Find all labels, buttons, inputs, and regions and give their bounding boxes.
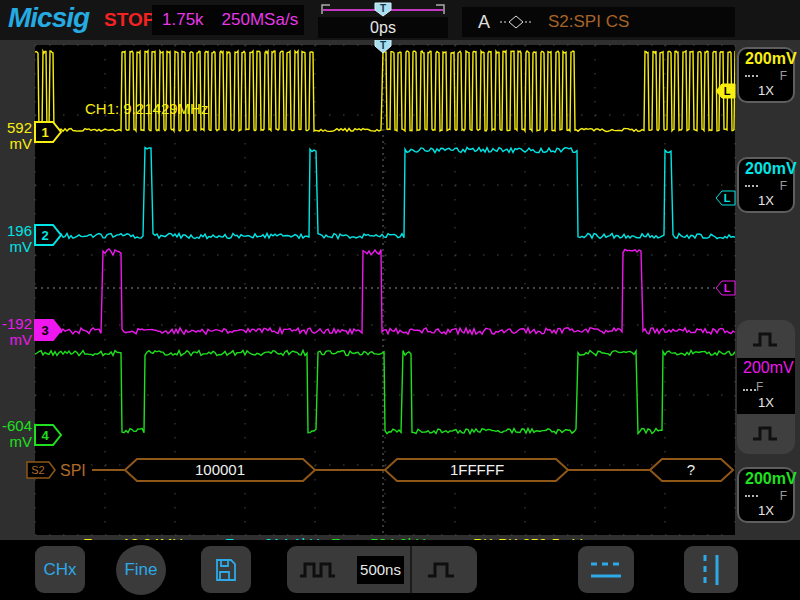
ch4-offset-label: -604mV bbox=[0, 418, 32, 450]
waveform-display-area[interactable]: T 1 2 3 4 L bbox=[0, 40, 800, 540]
ch2-probe: 1X bbox=[745, 193, 787, 208]
ch3-coupling: F bbox=[756, 380, 763, 394]
fine-button[interactable]: Fine bbox=[116, 545, 166, 595]
horizontal-cursors-icon bbox=[588, 557, 624, 583]
trigger-source: S2:SPI CS bbox=[548, 12, 629, 32]
coupling-icon bbox=[745, 495, 758, 497]
ch1-scale-value: 200mV bbox=[745, 50, 787, 68]
ch2-offset-label: 196mV bbox=[0, 223, 32, 255]
timebase-readout[interactable]: 500ns bbox=[357, 556, 404, 584]
pulse-icon[interactable] bbox=[420, 558, 466, 582]
decode-tag-label: S2 bbox=[31, 464, 44, 476]
svg-text:1: 1 bbox=[41, 125, 48, 140]
pulse-train-icon[interactable] bbox=[297, 558, 349, 582]
trigger-position-bar: T bbox=[315, 0, 455, 18]
decode-frame-3-value: ? bbox=[687, 461, 695, 478]
ch1-frequency-readout: CH1: 9.21429MHz bbox=[85, 100, 208, 117]
ch2-trace bbox=[35, 147, 735, 238]
bottom-toolbar: CHx Fine 500ns bbox=[0, 540, 800, 600]
timebase-control-group: 500ns bbox=[287, 546, 477, 593]
decode-frame-1-value: 100001 bbox=[195, 461, 245, 478]
ch1-offset-label: 592mV bbox=[0, 120, 32, 152]
chx-button[interactable]: CHx bbox=[35, 546, 85, 593]
ch1-coupling: F bbox=[780, 69, 787, 83]
vertical-cursors-icon bbox=[696, 553, 726, 587]
vertical-cursors-button[interactable] bbox=[684, 546, 738, 593]
ch3-scale-box[interactable]: 200mV F 1X bbox=[737, 358, 795, 414]
save-button[interactable] bbox=[201, 546, 251, 593]
t-marker-grid-label: T bbox=[380, 40, 386, 51]
top-status-bar: Micsig STOP 1.75k 250MSa/s T 0ps A S2:SP… bbox=[0, 0, 800, 40]
coupling-icon bbox=[745, 185, 758, 187]
ch1-scale-box[interactable]: 200mV F 1X bbox=[737, 47, 795, 103]
decode-protocol-label: SPI bbox=[60, 462, 86, 479]
spi-decode-bus[interactable]: S2 SPI 100001 1FFFFF ? bbox=[27, 459, 733, 481]
pulse-icon bbox=[753, 334, 777, 345]
ch3-offset-label: -192mV bbox=[0, 316, 32, 348]
ch1-probe: 1X bbox=[745, 83, 787, 98]
acquisition-info-box[interactable]: 1.75k 250MSa/s bbox=[152, 5, 304, 35]
trigger-info-box[interactable]: A S2:SPI CS bbox=[462, 7, 735, 37]
svg-text:L: L bbox=[724, 192, 731, 204]
save-icon bbox=[212, 556, 240, 584]
trigger-delay-readout[interactable]: 0ps bbox=[318, 17, 448, 38]
ch4-scale-box[interactable]: 200mV F 1X bbox=[737, 467, 795, 523]
scale-up-button[interactable] bbox=[737, 320, 795, 358]
decode-frame-2-value: 1FFFFF bbox=[450, 461, 504, 478]
sample-rate: 250MSa/s bbox=[222, 10, 299, 30]
t-marker-label: T bbox=[380, 3, 386, 14]
run-status-indicator[interactable]: STOP bbox=[104, 9, 155, 31]
ch1-position-marker[interactable]: 1 bbox=[35, 122, 61, 142]
oscilloscope-screen: Micsig STOP 1.75k 250MSa/s T 0ps A S2:SP… bbox=[0, 0, 800, 600]
horizontal-cursors-button[interactable] bbox=[578, 546, 634, 593]
coupling-icon bbox=[745, 75, 758, 77]
ch2-position-marker[interactable]: 2 bbox=[35, 225, 61, 245]
ch2-scale-box[interactable]: 200mV F 1X bbox=[737, 157, 795, 213]
memory-depth: 1.75k bbox=[162, 10, 204, 30]
ch2-level-marker[interactable]: L bbox=[716, 191, 735, 205]
ch3-trace bbox=[35, 249, 735, 334]
brand-logo: Micsig bbox=[8, 2, 89, 34]
ch3-scale-value: 200mV bbox=[743, 359, 789, 377]
svg-text:2: 2 bbox=[41, 228, 48, 243]
ch4-scale-value: 200mV bbox=[745, 470, 787, 488]
svg-text:3: 3 bbox=[41, 323, 48, 338]
ch4-trace bbox=[35, 350, 735, 433]
coupling-icon bbox=[743, 389, 756, 391]
scale-down-button[interactable] bbox=[737, 414, 795, 452]
ch4-probe: 1X bbox=[745, 503, 787, 518]
ch1-trace bbox=[35, 51, 736, 131]
ch3-position-marker[interactable]: 3 bbox=[35, 320, 61, 340]
svg-text:L: L bbox=[724, 85, 731, 97]
ch3-scale-group: 200mV F 1X bbox=[737, 320, 795, 454]
svg-text:4: 4 bbox=[41, 428, 49, 443]
divider bbox=[410, 546, 412, 593]
svg-text:L: L bbox=[724, 282, 731, 294]
pulse-icon bbox=[753, 428, 777, 439]
ch4-position-marker[interactable]: 4 bbox=[35, 425, 61, 445]
ch4-coupling: F bbox=[780, 489, 787, 503]
ch2-scale-value: 200mV bbox=[745, 160, 787, 178]
trigger-id: A bbox=[478, 12, 490, 33]
ch2-coupling: F bbox=[780, 179, 787, 193]
ch3-probe: 1X bbox=[743, 395, 789, 410]
ch3-level-marker[interactable]: L bbox=[716, 281, 735, 295]
trigger-slope-icon bbox=[498, 14, 534, 30]
